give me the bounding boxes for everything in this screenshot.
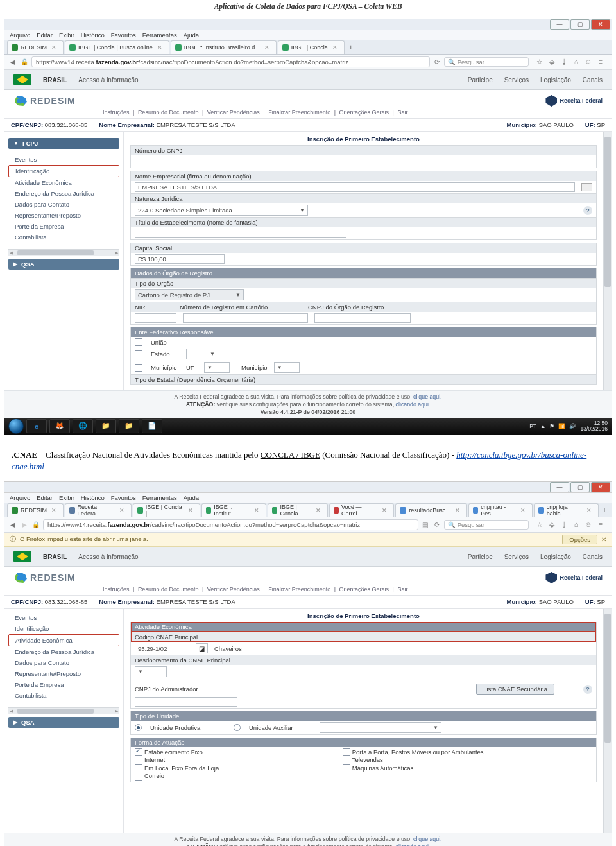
nome-emp-input[interactable]: EMPRESA TESTE S/S LTDA: [135, 182, 575, 192]
fa-checkbox[interactable]: [135, 748, 142, 756]
nav-link[interactable]: Orientações Gerais: [338, 586, 391, 592]
feedback-icon[interactable]: ☺: [585, 58, 592, 66]
close-icon[interactable]: ✕: [332, 44, 338, 51]
sidebar-section-qsa[interactable]: ▶QSA: [8, 717, 119, 728]
hamburger-icon[interactable]: ≡: [599, 58, 603, 66]
cnpj-orgao-input[interactable]: [314, 313, 411, 323]
fa-checkbox[interactable]: [135, 764, 142, 772]
browser-tab[interactable]: IBGE :: Institut...✕: [201, 503, 266, 517]
footer-link[interactable]: clicando aqui.: [396, 401, 431, 408]
fa-checkbox[interactable]: [343, 757, 350, 764]
nav-link[interactable]: Sair: [395, 109, 409, 116]
clock[interactable]: 12:5013/02/2016: [580, 420, 608, 431]
close-icon[interactable]: ✕: [264, 44, 270, 51]
nav-link[interactable]: Verificar Pendências: [205, 586, 262, 592]
fa-checkbox[interactable]: [135, 773, 142, 781]
close-icon[interactable]: ✕: [157, 44, 162, 51]
start-button[interactable]: [8, 419, 24, 434]
gov-link[interactable]: Participe: [468, 553, 493, 560]
home-icon[interactable]: ⌂: [574, 58, 579, 66]
menu-item[interactable]: Arquivo: [10, 494, 30, 501]
browser-tab[interactable]: Você — Correi...✕: [329, 503, 395, 517]
reader-icon[interactable]: ▤: [421, 521, 430, 530]
v-scrollbar[interactable]: [603, 132, 612, 390]
hamburger-icon[interactable]: ≡: [599, 521, 603, 529]
new-tab-button[interactable]: +: [346, 43, 356, 52]
taskbar-app[interactable]: 📁: [119, 419, 139, 433]
tipo-orgao-select[interactable]: Cartório de Registro de PJ▼: [135, 289, 244, 300]
h-scrollbar[interactable]: ◀▶: [8, 249, 119, 256]
downloads-icon[interactable]: ⭳: [561, 58, 568, 66]
nav-link[interactable]: Resumo do Documento: [136, 109, 201, 116]
taskbar-app[interactable]: 🦊: [49, 419, 70, 433]
menu-item[interactable]: Ajuda: [184, 494, 199, 501]
sidebar-item[interactable]: Identificação: [8, 623, 119, 634]
v-scrollbar[interactable]: [603, 609, 612, 833]
menu-item[interactable]: Histórico: [81, 31, 105, 39]
nav-link[interactable]: Sair: [395, 586, 409, 592]
h-scrollbar[interactable]: ◀▶: [8, 707, 119, 714]
new-tab-button[interactable]: +: [600, 506, 609, 515]
menu-item[interactable]: Arquivo: [10, 31, 30, 39]
capital-input[interactable]: R$ 100,00: [135, 254, 225, 264]
browser-tab[interactable]: Receita Federa...✕: [65, 503, 132, 517]
menu-item[interactable]: Ferramentas: [142, 31, 177, 39]
tray-icon[interactable]: ⚑: [549, 423, 554, 429]
help-icon[interactable]: ?: [583, 206, 592, 215]
nav-link[interactable]: Finalizar Preenchimento: [266, 586, 332, 592]
gov-link[interactable]: Canais: [583, 553, 603, 560]
menu-item[interactable]: Exibir: [59, 31, 74, 39]
bookmark-icon[interactable]: ☆: [536, 58, 543, 66]
footer-link[interactable]: clique aqui.: [413, 393, 442, 400]
menu-item[interactable]: Editar: [37, 31, 53, 39]
menu-item[interactable]: Ferramentas: [142, 494, 177, 501]
cnpj-adm-input[interactable]: [135, 697, 237, 707]
browser-tab[interactable]: IBGE | Concla✕: [268, 503, 328, 517]
municipio-checkbox[interactable]: [135, 364, 142, 372]
menu-item[interactable]: Favoritos: [111, 494, 136, 501]
window-max-button[interactable]: ▢: [570, 19, 590, 30]
unidade-aux-select[interactable]: ▼: [320, 722, 441, 733]
options-button[interactable]: Opções: [562, 535, 597, 544]
pocket-icon[interactable]: ⬙: [549, 521, 554, 529]
bookmark-icon[interactable]: ☆: [536, 521, 543, 529]
gov-link[interactable]: Canais: [583, 76, 603, 83]
municipio-select[interactable]: ▼: [274, 362, 300, 373]
close-icon[interactable]: ✕: [601, 536, 606, 543]
search-field[interactable]: 🔍Pesquisar: [444, 520, 529, 530]
url-field[interactable]: https://www14.receita.fazenda.gov.br/cad…: [43, 519, 418, 530]
nav-link[interactable]: Verificar Pendências: [205, 109, 262, 116]
pocket-icon[interactable]: ⬙: [549, 58, 554, 66]
close-icon[interactable]: ✕: [51, 44, 56, 51]
numreg-input[interactable]: [183, 313, 308, 323]
menu-item[interactable]: Histórico: [81, 494, 105, 501]
search-field[interactable]: 🔍Pesquisar: [444, 57, 529, 67]
window-max-button[interactable]: ▢: [570, 482, 590, 492]
gov-link[interactable]: Participe: [468, 76, 493, 83]
browser-tab[interactable]: cnpj loja bahia...✕: [534, 503, 599, 517]
home-icon[interactable]: ⌂: [574, 521, 579, 529]
nav-link[interactable]: Finalizar Preenchimento: [266, 109, 332, 116]
sidebar-item[interactable]: Representante/Preposto: [8, 668, 119, 679]
desdobramento-select[interactable]: ▼: [135, 666, 167, 677]
help-icon[interactable]: ?: [583, 685, 592, 694]
estado-select[interactable]: ▼: [186, 349, 218, 359]
nav-link[interactable]: Orientações Gerais: [338, 109, 391, 116]
sidebar-item[interactable]: Endereço da Pessoa Jurídica: [8, 188, 119, 199]
browser-tab[interactable]: REDESIM✕: [7, 40, 64, 54]
gov-link[interactable]: Legislação: [540, 553, 571, 560]
nire-input[interactable]: [135, 313, 176, 323]
reload-icon[interactable]: ⟳: [432, 521, 441, 530]
feedback-icon[interactable]: ☺: [585, 521, 592, 529]
menu-item[interactable]: Editar: [37, 494, 53, 501]
sidebar-item[interactable]: Dados para Contato: [8, 657, 119, 668]
unidade-auxiliar-radio[interactable]: [234, 724, 241, 731]
sidebar-section-fcpj[interactable]: ▼FCPJ: [8, 138, 119, 149]
cnae-lookup-button[interactable]: ◪: [196, 643, 208, 653]
titulo-input[interactable]: [135, 229, 346, 238]
reload-icon[interactable]: ⟳: [432, 58, 441, 67]
footer-link[interactable]: clique aqui.: [413, 836, 442, 842]
sidebar-item[interactable]: Eventos: [8, 612, 119, 623]
url-field[interactable]: https://www14.receita.fazenda.gov.br/cad…: [31, 56, 430, 67]
browser-tab[interactable]: REDESIM✕: [7, 503, 64, 517]
